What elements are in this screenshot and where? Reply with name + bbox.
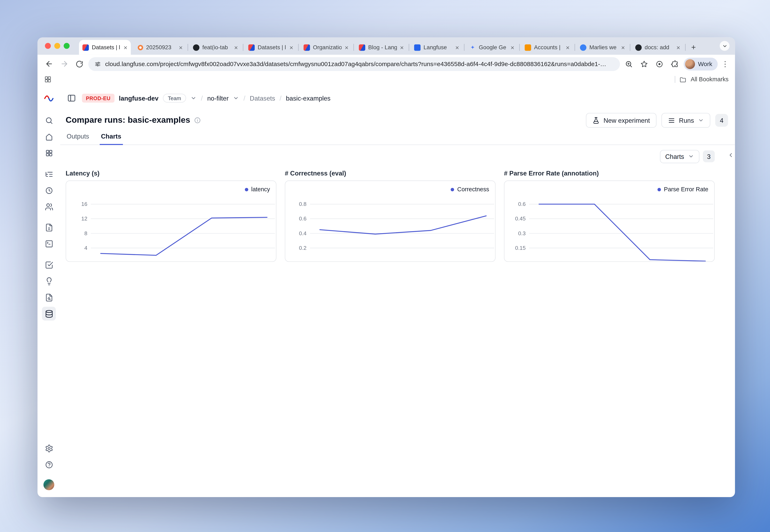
- tab-title: Datasets | l: [92, 44, 120, 50]
- info-icon[interactable]: [194, 117, 201, 124]
- project-name[interactable]: no-filter: [207, 94, 229, 102]
- forward-button[interactable]: [58, 57, 70, 70]
- sidebar-item-suggestions[interactable]: [42, 274, 56, 288]
- new-experiment-label: New experiment: [604, 117, 650, 124]
- legend-dot-icon: [451, 188, 454, 191]
- list-tree-icon: [45, 170, 53, 178]
- minimize-window-button[interactable]: [54, 43, 60, 49]
- sidebar-item-dashboard[interactable]: [42, 146, 56, 160]
- sidebar-item-home[interactable]: [42, 130, 56, 144]
- browser-tab[interactable]: feat(io-tab ×: [189, 40, 242, 55]
- tab-close-icon[interactable]: ×: [455, 44, 459, 50]
- browser-tab[interactable]: Datasets | l ×: [79, 40, 131, 55]
- bookmarks-bar: All Bookmarks: [38, 73, 735, 86]
- browser-tabs: Datasets | l × 20250923 × feat(io-tab × …: [79, 40, 687, 55]
- dashboard-grid-icon: [45, 149, 53, 157]
- langfuse-favicon: [304, 44, 310, 50]
- tab-close-icon[interactable]: ×: [400, 44, 404, 50]
- bookmark-star-button[interactable]: [638, 57, 651, 70]
- browser-tab[interactable]: Langfuse ×: [411, 40, 462, 55]
- breadcrumb-datasets-link[interactable]: Datasets: [250, 94, 275, 102]
- org-name[interactable]: langfuse-dev: [119, 94, 158, 102]
- chevron-left-icon: [728, 152, 734, 158]
- environment-badge: PROD-EU: [82, 94, 114, 102]
- new-tab-button[interactable]: +: [688, 42, 699, 53]
- sidebar-item-evaluation[interactable]: [42, 258, 56, 272]
- browser-tab[interactable]: Organizatio ×: [300, 40, 352, 55]
- lightbulb-icon: [45, 277, 53, 285]
- user-avatar[interactable]: [43, 479, 54, 490]
- org-plan-badge[interactable]: Team: [163, 94, 186, 102]
- sidebar-item-help[interactable]: [42, 458, 56, 472]
- chevron-down-icon[interactable]: [233, 95, 239, 101]
- close-window-button[interactable]: [45, 43, 51, 49]
- back-button[interactable]: [42, 57, 55, 70]
- extensions-button[interactable]: [668, 57, 681, 70]
- svg-text:0.2: 0.2: [299, 245, 307, 251]
- browser-tab[interactable]: Accounts | ×: [521, 40, 573, 55]
- url-text: cloud.langfuse.com/project/cmfwgv8fx002o…: [105, 60, 614, 67]
- browser-tab[interactable]: docs: add ×: [632, 40, 684, 55]
- breadcrumb-separator: /: [280, 94, 282, 102]
- pinned-extension-button[interactable]: [653, 57, 666, 70]
- chart-panel: Latency (s) latency 481216: [66, 170, 277, 262]
- tab-close-icon[interactable]: ×: [290, 44, 293, 50]
- tab-charts[interactable]: Charts: [101, 133, 121, 144]
- chart-panel: # Parse Error Rate (annotation) Parse Er…: [504, 170, 715, 262]
- tab-close-icon[interactable]: ×: [179, 44, 182, 50]
- browser-profile-chip[interactable]: Work: [684, 57, 718, 70]
- browser-tab[interactable]: Marlies we ×: [576, 40, 628, 55]
- reload-button[interactable]: [73, 57, 86, 70]
- site-settings-icon[interactable]: [94, 60, 101, 67]
- svg-text:16: 16: [81, 201, 87, 207]
- sidebar-item-settings[interactable]: [42, 442, 56, 455]
- tab-close-icon[interactable]: ×: [345, 44, 348, 50]
- sidebar-item-users[interactable]: [42, 200, 56, 213]
- tab-close-icon[interactable]: ×: [677, 44, 680, 50]
- browser-menu-button[interactable]: ⋮: [720, 60, 730, 68]
- url-bar[interactable]: cloud.langfuse.com/project/cmfwgv8fx002o…: [88, 57, 620, 71]
- gear-icon: [45, 444, 53, 453]
- sidebar-item-tracing[interactable]: [42, 167, 56, 181]
- sidebar-item-sessions[interactable]: [42, 183, 56, 197]
- flask-icon: [592, 117, 600, 124]
- chevron-down-icon[interactable]: [190, 95, 197, 101]
- tab-close-icon[interactable]: ×: [566, 44, 569, 50]
- tab-outputs[interactable]: Outputs: [67, 133, 89, 144]
- sidebar-toggle-button[interactable]: [66, 92, 78, 104]
- zoom-icon[interactable]: [623, 57, 635, 70]
- tab-close-icon[interactable]: ×: [234, 44, 238, 50]
- sidebar-item-datasets[interactable]: [42, 307, 56, 320]
- svg-text:0.8: 0.8: [299, 201, 307, 207]
- sidebar-item-search[interactable]: [42, 114, 56, 127]
- new-experiment-button[interactable]: New experiment: [586, 113, 656, 128]
- tab-search-button[interactable]: [720, 41, 730, 51]
- browser-tab[interactable]: ✦ Google Ge ×: [466, 40, 518, 55]
- browser-tab[interactable]: Blog - Lang ×: [355, 40, 407, 55]
- charts-filter-label: Charts: [665, 153, 684, 160]
- runs-dropdown-button[interactable]: Runs: [661, 113, 710, 128]
- sidebar-item-prompts[interactable]: [42, 221, 56, 234]
- browser-tab[interactable]: 20250923 ×: [134, 40, 186, 55]
- tab-title: Organizatio: [313, 44, 342, 50]
- chart-legend-label: Parse Error Rate: [664, 186, 708, 193]
- langfuse-favicon: [82, 44, 89, 50]
- sidebar-item-annotation[interactable]: [42, 290, 56, 304]
- browser-tab[interactable]: Datasets | l ×: [245, 40, 297, 55]
- langfuse-logo[interactable]: [44, 93, 54, 103]
- charts-filter-button[interactable]: Charts: [660, 150, 700, 163]
- tab-close-icon[interactable]: ×: [124, 44, 127, 50]
- all-bookmarks-button[interactable]: All Bookmarks: [691, 76, 729, 83]
- svg-text:12: 12: [81, 216, 87, 222]
- circle-badge-icon: [656, 60, 663, 68]
- sidebar-item-playground[interactable]: [42, 237, 56, 251]
- apps-grid-icon[interactable]: [44, 76, 52, 83]
- chart-legend-label: latency: [251, 186, 270, 193]
- maximize-window-button[interactable]: [64, 43, 70, 49]
- tab-close-icon[interactable]: ×: [621, 44, 625, 50]
- legend-dot-icon: [245, 188, 248, 191]
- desktop-background: Datasets | l × 20250923 × feat(io-tab × …: [0, 0, 770, 532]
- svg-text:0.3: 0.3: [518, 230, 526, 236]
- tab-close-icon[interactable]: ×: [510, 44, 514, 50]
- collapse-panel-button[interactable]: [728, 152, 734, 158]
